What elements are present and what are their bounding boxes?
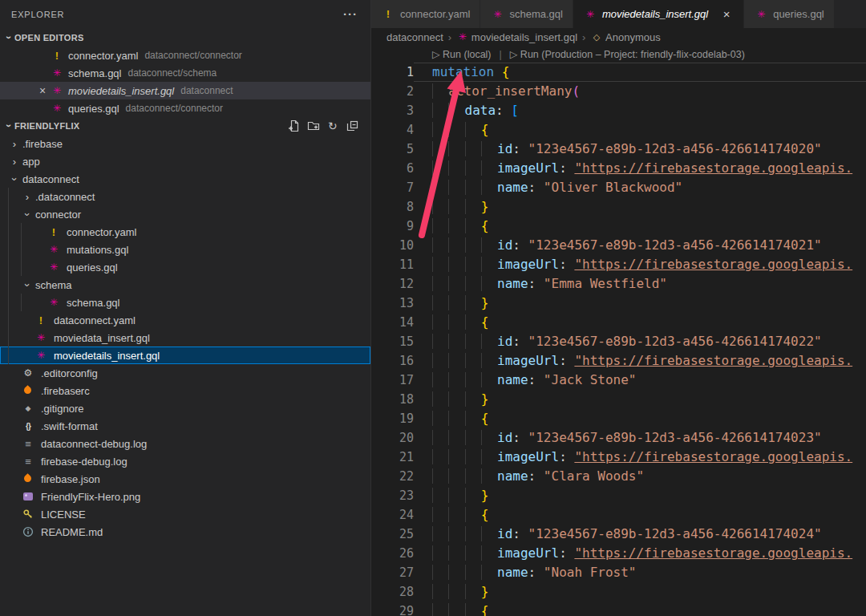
- tree-item[interactable]: ›dataconnect: [0, 170, 370, 188]
- editor-tab[interactable]: ✳moviedetails_insert.gql×: [573, 0, 744, 28]
- tab-close-icon[interactable]: ×: [719, 7, 734, 22]
- editor-tab[interactable]: ✳queries.gql: [744, 0, 835, 28]
- tree-item[interactable]: !connector.yaml: [0, 223, 370, 241]
- tree-item[interactable]: ✳moviedetails_insert.gql: [0, 346, 370, 364]
- new-file-button[interactable]: [287, 119, 301, 133]
- indent-guide: [448, 391, 464, 407]
- new-folder-button[interactable]: [306, 119, 321, 133]
- log-icon: ≡: [21, 454, 35, 468]
- tree-item[interactable]: firebase.json: [0, 470, 370, 488]
- item-label: schema: [35, 279, 72, 291]
- indent-guide: [21, 258, 34, 276]
- warning-icon: !: [50, 48, 64, 63]
- line-content: id: "123e4567-e89b-12d3-a456-42661417402…: [414, 236, 866, 255]
- indent-guide: [465, 237, 481, 253]
- line-number: 24: [371, 505, 414, 525]
- indent-guide: [432, 334, 448, 349]
- indent-guide: [465, 276, 481, 291]
- chevron-down-icon[interactable]: ›: [9, 172, 21, 185]
- indent-guide: [21, 241, 34, 258]
- close-editor-icon[interactable]: ×: [35, 84, 50, 97]
- tree-item[interactable]: ◆.gitignore: [0, 399, 370, 417]
- indent-guide: [448, 353, 464, 368]
- run-local-link[interactable]: ▷ Run (local): [432, 48, 492, 60]
- tree-item[interactable]: ›.dataconnect: [0, 188, 370, 205]
- indent-guide: [448, 411, 464, 426]
- indent-guide: [21, 223, 34, 241]
- chevron-down-icon[interactable]: ›: [22, 208, 34, 221]
- tab-label: queries.gql: [773, 8, 824, 20]
- editor-tab[interactable]: !connector.yaml: [371, 0, 480, 28]
- workspace-title: FRIENDLYFLIX: [14, 121, 79, 131]
- indent-guide: [448, 141, 464, 156]
- indent-guide: [432, 507, 448, 522]
- open-editor-item[interactable]: ✳queries.gqldataconnect/connector: [0, 99, 370, 117]
- git-icon: ◆: [21, 401, 35, 415]
- open-editor-item[interactable]: !connector.yamldataconnect/connector: [0, 47, 370, 64]
- editor-tab[interactable]: ✳schema.gql: [480, 0, 573, 28]
- chevron-right-icon[interactable]: ›: [21, 191, 34, 203]
- file-path: dataconnect/connector: [126, 103, 223, 114]
- line-number: 9: [371, 217, 414, 236]
- run-production-link[interactable]: ▷ Run (Production – Project: friendly-fl…: [510, 48, 745, 60]
- breadcrumb-item[interactable]: ◇Anonymous: [590, 30, 661, 44]
- tree-item[interactable]: ›schema: [0, 276, 370, 294]
- code-editor[interactable]: ▷ Run (local)|▷ Run (Production – Projec…: [371, 46, 866, 616]
- tree-item[interactable]: ✳queries.gql: [0, 258, 370, 276]
- indent-guide: [481, 468, 497, 484]
- tree-item[interactable]: ✳mutations.gql: [0, 241, 370, 258]
- indent-guide: [432, 218, 448, 233]
- tree-item[interactable]: ✳schema.gql: [0, 294, 370, 311]
- workspace-actions: ↻: [287, 119, 370, 133]
- tree-item[interactable]: .firebaserc: [0, 382, 370, 399]
- open-editor-item[interactable]: ✳schema.gqldataconnect/schema: [0, 64, 370, 82]
- open-editors-section-header[interactable]: › OPEN EDITORS: [0, 28, 370, 47]
- tree-item[interactable]: LICENSE: [0, 505, 370, 523]
- open-editors-title: OPEN EDITORS: [14, 33, 84, 43]
- chevron-right-icon[interactable]: ›: [8, 156, 21, 168]
- breadcrumb-item[interactable]: dataconnect: [386, 31, 443, 43]
- line-content: }: [414, 582, 866, 602]
- tree-item[interactable]: ›app: [0, 152, 370, 170]
- tree-item[interactable]: {}.swift-format: [0, 417, 370, 435]
- workspace-section-header[interactable]: › FRIENDLYFLIX ↻: [0, 117, 370, 135]
- tree-item[interactable]: ≡dataconnect-debug.log: [0, 435, 370, 452]
- indent-guide: [448, 314, 464, 330]
- file-name: moviedetails_insert.gql: [68, 85, 174, 97]
- tree-item[interactable]: ⚙.editorconfig: [0, 364, 370, 382]
- tree-item[interactable]: ›connector: [0, 205, 370, 223]
- tree-item[interactable]: ≡firebase-debug.log: [0, 452, 370, 470]
- more-actions-icon[interactable]: ···: [343, 7, 358, 21]
- line-content: name: "Emma Westfield": [414, 274, 866, 294]
- line-content: {: [414, 409, 866, 428]
- editor-area: !connector.yaml✳schema.gql✳moviedetails_…: [371, 0, 866, 616]
- indent-guide: [432, 565, 448, 580]
- explorer-sidebar: EXPLORER ··· › OPEN EDITORS !connector.y…: [0, 0, 371, 616]
- explorer-title: EXPLORER: [11, 10, 64, 19]
- tab-label: connector.yaml: [400, 8, 470, 20]
- chevron-right-icon[interactable]: ›: [8, 138, 21, 150]
- open-editor-item[interactable]: ×✳moviedetails_insert.gqldataconnect: [0, 82, 370, 99]
- breadcrumb-separator-icon: ›: [577, 31, 590, 43]
- code-line: 3 data: [: [371, 101, 866, 120]
- code-line: 8 }: [371, 197, 866, 217]
- indent-guide: [465, 180, 481, 195]
- indent-guide: [8, 258, 21, 276]
- line-number: 7: [371, 178, 414, 197]
- tree-item[interactable]: ›.firebase: [0, 135, 370, 152]
- tree-item[interactable]: README.md: [0, 523, 370, 541]
- indent-guide: [432, 103, 448, 118]
- breadcrumb-item[interactable]: ✳moviedetails_insert.gql: [456, 30, 577, 44]
- file-path: dataconnect: [180, 85, 233, 96]
- file-path: dataconnect/schema: [127, 67, 216, 79]
- tree-item[interactable]: ✳moviedata_insert.gql: [0, 329, 370, 346]
- indent-guide: [465, 565, 481, 580]
- line-number: 23: [371, 486, 414, 505]
- line-content: name: "Oliver Blackwood": [414, 178, 866, 197]
- tree-item[interactable]: !dataconnect.yaml: [0, 311, 370, 329]
- tree-item[interactable]: FriendlyFlix-Hero.png: [0, 488, 370, 505]
- indent-guide: [465, 488, 481, 503]
- chevron-down-icon[interactable]: ›: [22, 278, 34, 291]
- collapse-all-button[interactable]: [345, 119, 359, 133]
- refresh-button[interactable]: ↻: [326, 119, 340, 133]
